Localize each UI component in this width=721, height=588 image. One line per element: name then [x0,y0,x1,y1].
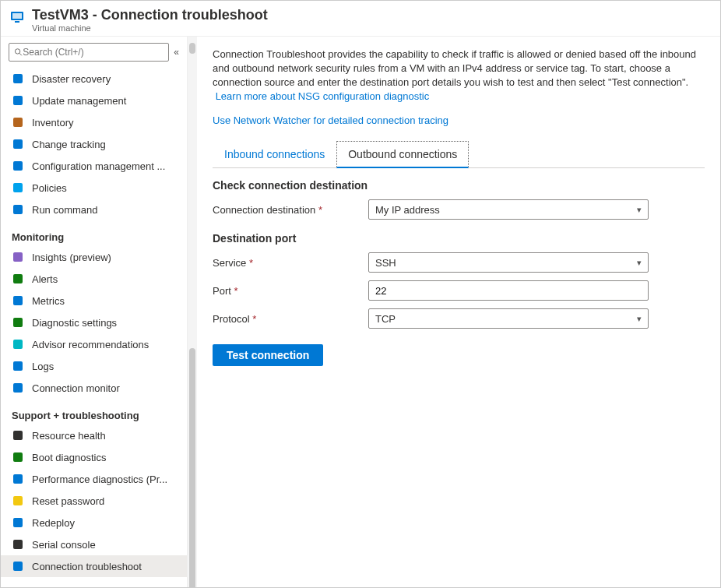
sidebar-item-resource-health[interactable]: Resource health [1,424,187,446]
sidebar-item-connection-monitor[interactable]: Connection monitor [1,377,187,399]
learn-more-link[interactable]: Learn more about NSG configuration diagn… [216,90,430,102]
nav-item-icon [12,473,24,485]
tab-inbound[interactable]: Inbound connections [213,141,336,168]
sidebar-item-label: Advisor recommendations [32,339,149,350]
port-label: Port * [213,285,368,297]
sidebar-item-metrics[interactable]: Metrics [1,290,187,312]
svg-rect-8 [13,139,23,149]
svg-rect-7 [13,118,23,127]
sidebar: « Disaster recoveryUpdate managementInve… [1,37,188,588]
sidebar-item-redeploy[interactable]: Redeploy [1,512,187,533]
svg-rect-23 [13,518,23,527]
sidebar-item-label: Connection monitor [32,382,120,394]
service-select[interactable]: SSH ▾ [368,252,649,273]
sidebar-item-label: Diagnostic settings [32,317,117,329]
nav-item-icon [12,72,24,85]
svg-rect-2 [15,21,19,23]
svg-rect-19 [13,431,23,440]
chevron-down-icon: ▾ [637,258,642,268]
sidebar-item-label: Policies [32,182,67,194]
nav-item-icon [12,116,24,129]
sidebar-item-label: Logs [32,361,54,372]
connection-destination-select[interactable]: My IP address ▾ [368,199,649,220]
svg-rect-18 [13,383,23,393]
sidebar-item-alerts[interactable]: Alerts [1,268,187,290]
nav-item-icon [12,538,24,551]
sidebar-section-heading: Monitoring [1,220,187,246]
sidebar-item-label: Connection troubleshoot [32,561,142,572]
sidebar-item-reset-password[interactable]: Reset password [1,490,187,512]
sidebar-item-disaster-recovery[interactable]: Disaster recovery [1,68,187,90]
svg-rect-24 [13,540,23,549]
sidebar-item-run-command[interactable]: Run command [1,199,187,220]
check-destination-heading: Check connection destination [213,179,705,192]
sidebar-item-diagnostic-settings[interactable]: Diagnostic settings [1,312,187,333]
sidebar-item-label: Run command [32,204,98,216]
sidebar-item-label: Serial console [32,539,96,551]
nav-item-icon [12,94,24,107]
svg-rect-11 [13,205,23,214]
nav-item-icon [12,203,24,216]
sidebar-item-label: Change tracking [32,139,106,150]
sidebar-item-label: Resource health [32,430,106,442]
sidebar-item-label: Boot diagnostics [32,452,106,463]
search-icon [14,48,23,57]
nav-item-icon [12,451,24,463]
nav-item-icon [12,338,24,350]
svg-rect-12 [13,252,23,262]
svg-rect-25 [13,562,23,571]
nav-item-icon [12,382,24,394]
sidebar-item-label: Alerts [32,273,58,285]
nav-item-icon [12,160,24,172]
main-content: Connection Troubleshoot provides the cap… [197,37,720,588]
description-text: Connection Troubleshoot provides the cap… [213,48,705,104]
sidebar-item-label: Inventory [32,117,73,129]
nav-item-icon [12,273,24,285]
sidebar-item-label: Update management [32,95,126,107]
svg-rect-15 [13,318,23,327]
svg-rect-14 [13,296,23,305]
sidebar-nav: Disaster recoveryUpdate managementInvent… [1,68,187,588]
test-connection-button[interactable]: Test connection [213,344,323,366]
svg-line-4 [19,53,22,55]
sidebar-item-inventory[interactable]: Inventory [1,111,187,133]
sidebar-item-performance-diagnostics[interactable]: Performance diagnostics (Pr... [1,468,187,490]
sidebar-item-insights[interactable]: Insights (preview) [1,246,187,268]
sidebar-scrollbar[interactable] [188,37,197,588]
sidebar-item-advisor[interactable]: Advisor recommendations [1,333,187,355]
nav-item-icon [12,181,24,194]
svg-rect-9 [13,161,23,171]
sidebar-section-heading: Support + troubleshooting [1,399,187,424]
svg-rect-6 [13,96,23,105]
protocol-select[interactable]: TCP ▾ [368,308,649,329]
svg-rect-1 [12,13,22,19]
collapse-sidebar-chevron-icon[interactable]: « [174,47,179,58]
sidebar-item-policies[interactable]: Policies [1,177,187,199]
sidebar-item-change-tracking[interactable]: Change tracking [1,133,187,155]
search-input[interactable] [9,43,169,62]
svg-rect-20 [13,452,23,462]
nav-item-icon [12,429,24,442]
page-subtitle: Virtual machine [32,23,268,33]
sidebar-item-configuration-management[interactable]: Configuration management ... [1,155,187,177]
tab-outbound[interactable]: Outbound connections [336,141,469,168]
sidebar-item-label: Metrics [32,295,65,307]
chevron-down-icon: ▾ [637,205,642,215]
network-watcher-link[interactable]: Use Network Watcher for detailed connect… [213,114,448,126]
sidebar-item-label: Configuration management ... [32,160,165,172]
sidebar-item-logs[interactable]: Logs [1,355,187,377]
port-input[interactable] [368,280,649,301]
sidebar-item-boot-diagnostics[interactable]: Boot diagnostics [1,446,187,468]
sidebar-item-connection-troubleshoot[interactable]: Connection troubleshoot [1,555,187,577]
svg-rect-22 [13,496,23,505]
destination-port-heading: Destination port [213,232,705,245]
sidebar-item-label: Reset password [32,495,104,507]
svg-point-3 [15,49,19,54]
sidebar-item-label: Disaster recovery [32,73,111,85]
svg-rect-21 [13,474,23,484]
sidebar-item-serial-console[interactable]: Serial console [1,533,187,555]
protocol-label: Protocol * [213,313,368,325]
search-field[interactable] [23,47,164,58]
sidebar-item-update-management[interactable]: Update management [1,90,187,111]
sidebar-item-label: Redeploy [32,517,75,529]
